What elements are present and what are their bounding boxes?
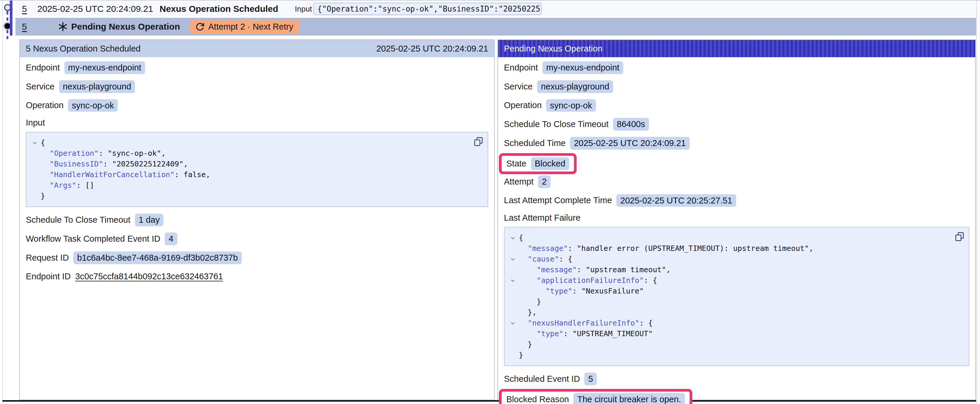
- field-request-id: Request IDb1c6a4bc-8ee7-468a-9169-df3b02…: [26, 252, 488, 264]
- code-line: "message": "upstream timeout",: [507, 265, 951, 275]
- field-service: Servicenexus-playground: [26, 80, 488, 93]
- chevron-down-icon[interactable]: [507, 254, 519, 265]
- field-schedule-to-close-timeout: Schedule To Close Timeout86400s: [504, 118, 969, 131]
- field-label: Operation: [504, 100, 542, 110]
- field-value-badge: 2025-02-25 UTC 20:25:27.51: [616, 194, 736, 207]
- field-label: Operation: [26, 100, 64, 110]
- field-label: Scheduled Event ID: [504, 374, 580, 384]
- retry-status-badge: Attempt 2 · Next Retry: [190, 20, 299, 33]
- code-line: "message": "handler error (UPSTREAM_TIME…: [507, 243, 951, 254]
- field-value-badge: Blocked: [531, 157, 569, 170]
- field-scheduled-time: Scheduled Time2025-02-25 UTC 20:24:09.21: [504, 137, 969, 150]
- field-label: Schedule To Close Timeout: [26, 215, 130, 225]
- field-label: Attempt: [504, 177, 534, 187]
- retry-badge-label: Attempt 2 · Next Retry: [208, 22, 293, 32]
- chevron-down-icon[interactable]: [507, 318, 519, 328]
- field-operation: Operationsync-op-ok: [504, 99, 969, 112]
- field-scheduled-event-id: Scheduled Event ID5: [504, 372, 969, 385]
- field-value-badge: my-nexus-endpoint: [542, 61, 624, 74]
- container-left-border: [2, 1, 3, 404]
- event-row-pending-nexus-operation[interactable]: 5 Pending Nexus Operation Attempt 2 · Ne…: [16, 18, 976, 36]
- json-viewer-failure: {"message": "handler error (UPSTREAM_TIM…: [504, 227, 969, 366]
- input-section-label: Input: [26, 118, 488, 128]
- code-text: }: [519, 339, 532, 350]
- caret-gutter: [29, 148, 41, 159]
- event-row-nexus-operation-scheduled[interactable]: 5 2025-02-25 UTC 20:24:09.21 Nexus Opera…: [16, 1, 976, 17]
- field-last-attempt-complete-time: Last Attempt Complete Time2025-02-25 UTC…: [504, 194, 969, 207]
- event-detail-panel-pending: Pending Nexus Operation Endpointmy-nexus…: [497, 40, 976, 400]
- chevron-down-icon[interactable]: [507, 233, 519, 243]
- code-line: "cause": {: [507, 254, 951, 265]
- field-label: Workflow Task Completed Event ID: [26, 234, 160, 244]
- code-text: }: [519, 296, 541, 307]
- field-value-badge: sync-op-ok: [546, 99, 596, 112]
- event-id-link[interactable]: 5: [22, 22, 27, 32]
- field-label: Service: [26, 82, 54, 92]
- code-text: "applicationFailureInfo": {: [519, 275, 657, 286]
- code-line: "BusinessID": "20250225122409",: [29, 159, 470, 170]
- timeline-active-group-bar: [10, 1, 13, 36]
- panel-title: Pending Nexus Operation: [504, 44, 602, 54]
- field-label: Endpoint: [504, 63, 538, 73]
- field-value-badge: b1c6a4bc-8ee7-468a-9169-df3b02c8737b: [73, 252, 242, 264]
- code-line: },: [507, 307, 951, 318]
- event-detail-panel-scheduled: 5 Nexus Operation Scheduled 2025-02-25 U…: [19, 40, 495, 400]
- rotate-cw-icon: [195, 22, 205, 32]
- chevron-down-icon[interactable]: [29, 138, 41, 148]
- chevron-down-icon[interactable]: [507, 275, 519, 286]
- highlighted-field-state: StateBlocked: [499, 153, 577, 174]
- code-line: }: [29, 191, 470, 201]
- code-text: "BusinessID": "20250225122409",: [41, 159, 188, 170]
- field-label: Scheduled Time: [504, 138, 566, 148]
- field-operation: Operationsync-op-ok: [26, 99, 488, 112]
- code-line: "applicationFailureInfo": {: [507, 275, 951, 286]
- field-value-badge: nexus-playground: [537, 80, 613, 93]
- field-label: State: [506, 159, 527, 168]
- field-label: Endpoint ID: [26, 272, 71, 281]
- field-value-badge: sync-op-ok: [68, 99, 118, 112]
- failure-section-label: Last Attempt Failure: [504, 213, 969, 223]
- code-text: "type": "NexusFailure": [519, 286, 644, 296]
- field-workflow-task-completed-event-id: Workflow Task Completed Event ID4: [26, 233, 488, 245]
- code-line: "type": "NexusFailure": [507, 286, 951, 296]
- code-line: "HandlerWaitForCancellation": false,: [29, 170, 470, 180]
- field-label: Request ID: [26, 253, 69, 263]
- field-value-badge: The circuit breaker is open.: [573, 393, 685, 404]
- field-label: Service: [504, 82, 533, 92]
- field-value-badge: nexus-playground: [59, 80, 135, 93]
- code-text: "type": "UPSTREAM_TIMEOUT": [519, 328, 653, 339]
- asterisk-icon: [57, 21, 68, 32]
- event-group-divider: [2, 400, 976, 402]
- field-label: Blocked Reason: [506, 394, 569, 404]
- scrollbar-track[interactable]: [976, 1, 980, 404]
- field-value-badge: 2: [538, 175, 550, 188]
- code-line: {: [507, 233, 951, 243]
- caret-gutter: [29, 191, 41, 201]
- input-preview-badge[interactable]: {"Operation":"sync-op-ok","BusinessID":"…: [313, 3, 542, 15]
- field-label: Last Attempt Complete Time: [504, 195, 612, 205]
- field-value-badge: 1 day: [135, 214, 164, 226]
- event-id-link[interactable]: 5: [22, 4, 27, 14]
- caret-gutter: [507, 339, 519, 350]
- input-label: Input: [295, 5, 312, 14]
- field-schedule-to-close-timeout: Schedule To Close Timeout1 day: [26, 214, 488, 226]
- caret-gutter: [507, 286, 519, 296]
- code-line: }: [507, 350, 951, 360]
- panel-timestamp: 2025-02-25 UTC 20:24:09.21: [376, 44, 488, 54]
- panel-title: 5 Nexus Operation Scheduled: [26, 44, 141, 54]
- code-text: {: [41, 138, 45, 148]
- code-text: "nexusHandlerFailureInfo": {: [519, 318, 653, 328]
- caret-gutter: [507, 265, 519, 275]
- field-value-link[interactable]: 3c0c75ccfa8144b092c13ce632463761: [75, 272, 223, 281]
- field-endpoint: Endpointmy-nexus-endpoint: [504, 61, 969, 74]
- copy-icon[interactable]: [955, 231, 964, 242]
- code-text: }: [41, 191, 45, 201]
- caret-gutter: [507, 296, 519, 307]
- copy-icon[interactable]: [473, 136, 484, 147]
- event-title: Nexus Operation Scheduled: [159, 4, 278, 14]
- event-title: Pending Nexus Operation: [71, 22, 180, 32]
- code-text: "Operation": "sync-op-ok",: [41, 148, 165, 159]
- event-timestamp: 2025-02-25 UTC 20:24:09.21: [37, 4, 153, 14]
- field-endpoint-id: Endpoint ID3c0c75ccfa8144b092c13ce632463…: [26, 271, 488, 283]
- field-endpoint: Endpointmy-nexus-endpoint: [26, 61, 488, 74]
